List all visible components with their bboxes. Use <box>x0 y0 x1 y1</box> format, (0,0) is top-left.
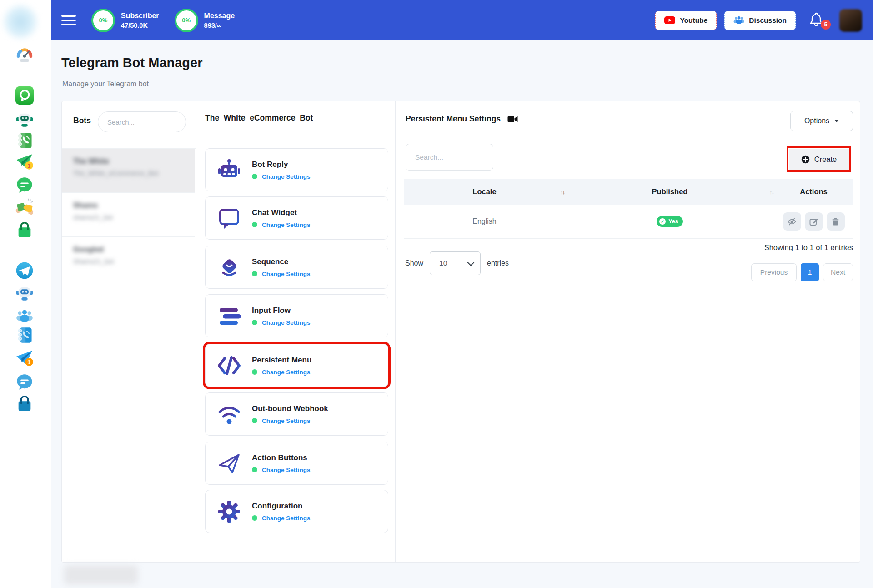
options-button[interactable]: Options <box>790 111 853 131</box>
status-dot <box>252 515 257 521</box>
bot-list-item[interactable]: Shams shams21_bot <box>62 193 195 237</box>
page-size-value: 10 <box>439 259 447 267</box>
feature-title: Sequence <box>252 257 311 266</box>
input-flow-icon <box>217 304 241 328</box>
whatsapp-broadcast-icon[interactable]: 1 <box>15 152 34 171</box>
plus-circle-icon <box>801 155 810 164</box>
webhook-wifi-icon <box>217 402 241 426</box>
discussion-people-icon <box>733 16 744 25</box>
feature-card-action-buttons[interactable]: Action Buttons Change Settings <box>205 442 388 485</box>
message-progress-ring: 0% <box>175 9 198 32</box>
whatsapp-icon[interactable] <box>15 86 34 105</box>
change-settings-link[interactable]: Change Settings <box>262 221 311 228</box>
top-header: 0% Subscriber 47/50.0K 0% Message 893/∞ … <box>51 0 873 40</box>
delete-button[interactable] <box>827 212 845 231</box>
notification-bell[interactable]: 5 <box>809 12 825 29</box>
sort-icon[interactable]: ↑↓ <box>769 188 773 195</box>
showing-entries-text: Showing 1 to 1 of 1 entries <box>626 243 853 252</box>
whatsapp-contacts-icon[interactable] <box>15 131 34 150</box>
feature-card-outbound-webhook[interactable]: Out-bound Webhook Change Settings <box>205 392 388 436</box>
change-settings-link[interactable]: Change Settings <box>262 467 311 473</box>
telegram-bot-icon[interactable] <box>15 283 34 302</box>
telegram-chat-icon[interactable] <box>15 372 34 392</box>
page-size-select[interactable]: 10 <box>430 251 481 275</box>
bots-search-input[interactable] <box>98 111 186 132</box>
change-settings-link[interactable]: Change Settings <box>262 319 311 326</box>
youtube-button-label: Youtube <box>680 16 707 25</box>
change-settings-link[interactable]: Change Settings <box>262 173 311 180</box>
feature-card-persistent-menu[interactable]: Persistent Menu Change Settings <box>205 344 388 387</box>
column-header-locale[interactable]: Locale ↑↓ <box>404 187 565 196</box>
bot-name: Shams <box>73 201 195 210</box>
app-sidebar: 1 <box>0 0 51 588</box>
column-header-published[interactable]: Published ↑↓ <box>565 187 774 196</box>
sort-icon[interactable]: ↑↓ <box>560 188 564 195</box>
whatsapp-chat-icon[interactable] <box>15 176 34 195</box>
edit-pencil-icon <box>809 217 818 226</box>
feature-title: Persistent Menu <box>252 356 311 365</box>
feature-title: Action Buttons <box>252 453 311 462</box>
bot-username: Shams21_bot <box>73 258 195 265</box>
youtube-icon <box>664 16 675 25</box>
change-settings-link[interactable]: Change Settings <box>262 271 311 277</box>
pagination-page-1[interactable]: 1 <box>801 263 819 281</box>
status-dot <box>252 222 257 227</box>
pagination-previous-button[interactable]: Previous <box>751 263 797 281</box>
video-tutorial-icon[interactable] <box>507 115 518 124</box>
locales-table: Locale ↑↓ Published ↑↓ Actions English ✓… <box>404 179 853 239</box>
bots-panel-title: Bots <box>73 116 91 126</box>
message-stat: 0% Message 893/∞ <box>175 9 235 32</box>
subscriber-stat: 0% Subscriber 47/50.0K <box>91 9 159 32</box>
locale-cell: English <box>472 217 496 225</box>
telegram-broadcast-icon[interactable]: 1 <box>15 349 34 368</box>
subscriber-label: Subscriber <box>121 12 159 20</box>
youtube-button[interactable]: Youtube <box>655 11 717 30</box>
feature-card-input-flow[interactable]: Input Flow Change Settings <box>205 294 388 337</box>
telegram-icon[interactable] <box>15 261 34 280</box>
telegram-group-icon[interactable] <box>15 307 34 326</box>
discussion-button[interactable]: Discussion <box>724 11 796 30</box>
change-settings-link[interactable]: Change Settings <box>262 369 311 376</box>
feature-card-chat-widget[interactable]: Chat Widget Change Settings <box>205 196 388 240</box>
status-dot <box>252 467 257 472</box>
edit-button[interactable] <box>805 212 823 231</box>
feature-card-sequence[interactable]: Sequence Change Settings <box>205 246 388 289</box>
feature-title: Bot Reply <box>252 160 311 169</box>
bot-list-item[interactable]: Googled Shams21_bot <box>62 237 195 281</box>
user-avatar[interactable] <box>839 9 862 32</box>
whatsapp-broadcast-badge: 1 <box>28 163 31 169</box>
page-title: Telegram Bot Manager <box>61 55 202 70</box>
bot-name: The White <box>73 157 195 166</box>
integration-puzzle-icon[interactable] <box>15 198 34 217</box>
hamburger-menu-icon[interactable] <box>61 15 76 25</box>
status-dot <box>252 271 257 276</box>
page-subtitle: Manage your Telegram bot <box>62 80 149 88</box>
status-dot <box>252 320 257 325</box>
notification-count-badge: 5 <box>821 20 831 30</box>
chevron-down-icon <box>467 259 475 266</box>
app-logo[interactable] <box>2 4 39 40</box>
whatsapp-bot-icon[interactable] <box>15 110 34 129</box>
selected-bot-title: The_White_eCommerce_Bot <box>205 113 313 123</box>
dashboard-gauge-icon[interactable] <box>15 45 34 65</box>
bot-reply-icon <box>217 158 241 182</box>
status-dot <box>252 418 257 423</box>
column-divider <box>196 101 196 562</box>
whatsapp-store-icon[interactable] <box>15 221 34 240</box>
telegram-store-icon[interactable] <box>15 395 34 414</box>
bot-list-item[interactable]: The White The_White_eCommerce_Bot <box>62 149 195 193</box>
change-settings-link[interactable]: Change Settings <box>262 417 311 424</box>
feature-card-bot-reply[interactable]: Bot Reply Change Settings <box>205 148 388 191</box>
hide-button[interactable] <box>783 212 801 231</box>
status-dot <box>252 369 257 375</box>
change-settings-link[interactable]: Change Settings <box>262 515 311 522</box>
create-button[interactable]: Create <box>789 149 849 170</box>
telegram-contacts-icon[interactable] <box>15 326 34 345</box>
bot-username: shams21_bot <box>73 214 195 221</box>
settings-search-input[interactable] <box>406 144 493 171</box>
feature-card-configuration[interactable]: Configuration Change Settings <box>205 490 388 533</box>
trash-icon <box>831 217 840 226</box>
settings-panel-title: Persistent Menu Settings <box>406 114 501 124</box>
create-button-label: Create <box>814 155 837 164</box>
pagination-next-button[interactable]: Next <box>823 263 853 281</box>
